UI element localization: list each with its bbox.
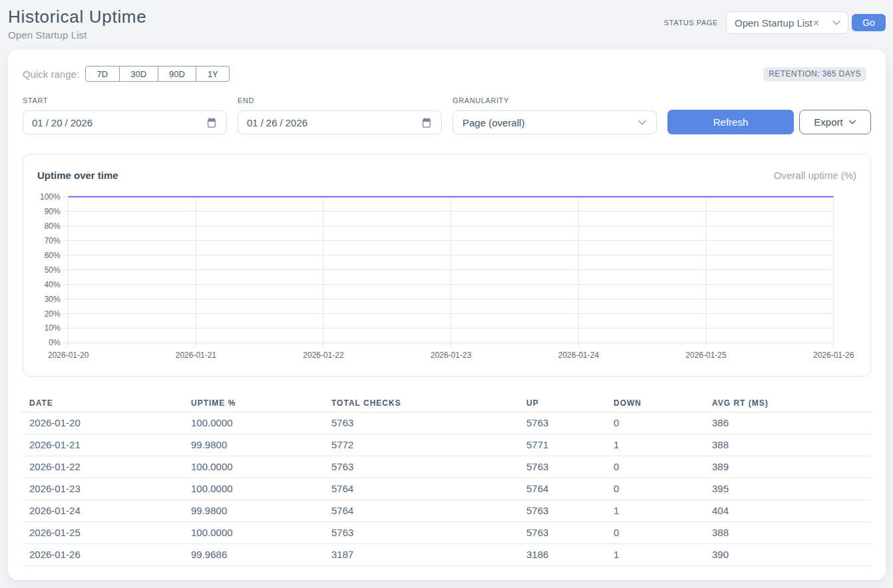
- svg-text:40%: 40%: [45, 280, 61, 289]
- svg-text:2026-01-23: 2026-01-23: [431, 351, 472, 360]
- svg-text:20%: 20%: [45, 309, 61, 319]
- svg-text:2026-01-25: 2026-01-25: [685, 351, 727, 360]
- svg-text:90%: 90%: [45, 207, 61, 216]
- svg-text:70%: 70%: [45, 236, 61, 245]
- svg-text:30%: 30%: [45, 295, 61, 304]
- svg-text:60%: 60%: [45, 251, 61, 260]
- svg-text:100%: 100%: [40, 192, 61, 202]
- svg-text:2026-01-20: 2026-01-20: [48, 351, 89, 360]
- svg-text:2026-01-22: 2026-01-22: [303, 351, 344, 360]
- svg-text:0%: 0%: [49, 338, 61, 347]
- svg-text:10%: 10%: [45, 323, 61, 333]
- svg-text:50%: 50%: [45, 265, 61, 275]
- svg-text:2026-01-24: 2026-01-24: [558, 351, 600, 360]
- svg-text:80%: 80%: [45, 221, 61, 231]
- svg-text:2026-01-21: 2026-01-21: [176, 351, 217, 360]
- svg-text:2026-01-26: 2026-01-26: [813, 351, 854, 360]
